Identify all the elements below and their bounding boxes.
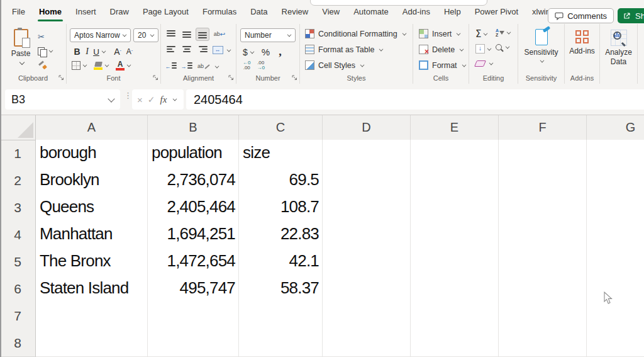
number-dialog-launcher[interactable] [292,75,297,81]
column-header-c[interactable]: C [239,115,323,140]
cell-E5[interactable] [411,248,499,276]
delete-cells-button[interactable]: Delete [419,45,464,54]
find-select-button[interactable] [496,44,509,50]
accounting-format-button[interactable]: $ [243,47,248,57]
insert-cells-button[interactable]: Insert [419,29,460,38]
cell-B2[interactable]: 2,736,074 [148,167,239,195]
align-left-button[interactable] [164,43,178,57]
cell-E6[interactable] [411,275,499,303]
cell-A3[interactable]: Queens [36,194,148,222]
decrease-indent-button[interactable]: ← [164,60,178,73]
cell-D3[interactable] [323,194,411,222]
tab-help[interactable]: Help [437,0,468,24]
autosum-button[interactable]: Σ [475,28,487,40]
column-header-b[interactable]: B [148,115,239,140]
copilot-button[interactable]: Copilot [638,30,644,52]
cell-B1[interactable]: population [148,140,239,167]
bold-button[interactable]: B [72,45,82,58]
cell-F1[interactable] [499,140,587,167]
format-cells-button[interactable]: Format [419,60,466,70]
format-as-table-button[interactable]: Format as Table [305,45,383,54]
cell-G6[interactable] [587,275,644,303]
cancel-icon[interactable]: × [137,94,143,105]
percent-style-button[interactable]: % [262,47,270,57]
cell-D2[interactable] [323,167,411,195]
underline-button[interactable]: U [92,45,101,58]
cell-C3[interactable]: 108.7 [239,194,323,222]
cell-B7[interactable] [148,302,239,330]
cell-E3[interactable] [411,194,499,222]
cell-D1[interactable] [323,140,411,167]
cell-A7[interactable] [36,302,148,330]
column-header-a[interactable]: A [36,115,148,140]
tab-file[interactable]: File [5,0,32,24]
align-center-button[interactable] [180,43,194,57]
clear-button[interactable] [475,60,493,67]
cell-F4[interactable] [499,221,587,249]
copy-button[interactable] [38,45,60,57]
alignment-dialog-launcher[interactable] [228,75,234,81]
cell-B4[interactable]: 1,694,251 [148,221,239,249]
cell-D7[interactable] [323,302,411,330]
column-header-d[interactable]: D [323,115,411,140]
tab-insert[interactable]: Insert [69,0,103,24]
format-painter-button[interactable] [38,59,60,72]
row-header-1[interactable]: 1 [0,140,36,167]
cell-G2[interactable] [587,167,644,195]
align-bottom-button[interactable] [196,28,209,41]
decrease-font-button[interactable]: Aˇ [124,45,135,58]
cell-A5[interactable]: The Bronx [36,248,148,276]
cell-C6[interactable]: 58.37 [239,275,323,303]
insert-function-icon[interactable]: fx [160,94,167,105]
fill-button[interactable]: ↓ [475,44,491,54]
cell-styles-button[interactable]: Cell Styles [305,60,364,70]
increase-font-button[interactable]: Aˆ [111,45,124,58]
cell-F2[interactable] [499,167,587,195]
name-box[interactable]: B3 [5,89,120,110]
decrease-decimal-button[interactable]: .00 →0 [257,60,264,71]
tab-power-pivot[interactable]: Power Pivot [468,0,525,24]
cell-G3[interactable] [587,194,644,222]
comments-button[interactable]: Comments [548,8,614,23]
tab-review[interactable]: Review [275,0,316,24]
conditional-formatting-button[interactable]: Conditional Formatting [305,29,406,38]
cut-button[interactable]: ✂ [38,30,60,43]
fill-color-button[interactable] [94,62,103,70]
paste-button[interactable]: Paste [6,29,35,65]
cell-A6[interactable]: Staten Island [36,275,148,303]
column-header-f[interactable]: F [499,115,587,140]
row-header-2[interactable]: 2 [0,167,36,195]
cell-A2[interactable]: Brooklyn [36,167,148,195]
comma-style-button[interactable]: , [279,45,282,59]
row-header-4[interactable]: 4 [0,221,36,249]
cell-E2[interactable] [411,167,499,195]
tab-data[interactable]: Data [243,0,274,24]
cell-B3[interactable]: 2,405,464 [148,194,239,222]
row-header-8[interactable]: 8 [0,329,36,357]
cell-E7[interactable] [411,302,499,330]
addins-button[interactable]: Add-ins [565,30,599,56]
merge-center-button[interactable]: ↔ [211,43,224,57]
cell-B5[interactable]: 1,472,654 [148,248,239,276]
cell-G8[interactable] [587,329,644,357]
font-color-button[interactable]: A [116,61,125,71]
align-top-button[interactable] [164,28,178,41]
cell-F6[interactable] [499,275,587,303]
cell-F5[interactable] [499,248,587,276]
tab-page-layout[interactable]: Page Layout [136,0,196,24]
tab-home[interactable]: Home [32,0,69,24]
cell-D4[interactable] [323,221,411,249]
select-all-corner[interactable] [0,115,36,140]
cell-B8[interactable] [148,329,239,357]
cell-A1[interactable]: borough [36,140,148,167]
cell-C1[interactable]: size [239,140,323,167]
tab-add-ins[interactable]: Add-ins [396,0,437,24]
cell-D5[interactable] [323,248,411,276]
number-format-select[interactable]: Number [240,28,296,42]
formula-bar-drag-dots[interactable]: ⋮ [124,94,132,98]
cell-F7[interactable] [499,302,587,330]
italic-button[interactable]: I [82,45,92,58]
tab-automate[interactable]: Automate [347,0,396,24]
tab-formulas[interactable]: Formulas [196,0,243,24]
cell-D8[interactable] [323,329,411,357]
